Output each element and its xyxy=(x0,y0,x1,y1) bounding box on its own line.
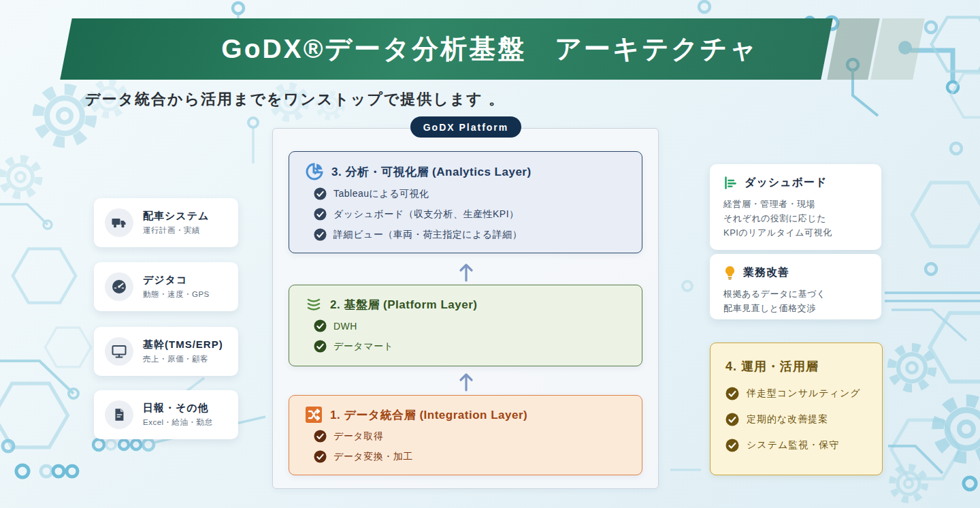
page-title: GoDX®データ分析基盤 アーキテクチャ xyxy=(68,18,912,80)
source-title: デジタコ xyxy=(143,274,210,287)
analytics-item: ダッシュボード（収支分析、生産性KPI） xyxy=(314,208,628,221)
bar-chart-icon xyxy=(723,176,738,190)
outcome-description: 根拠あるデータに基づく 配車見直しと価格交渉 xyxy=(723,287,869,315)
operations-layer-title: 4. 運用・活用層 xyxy=(725,358,871,375)
lightbulb-icon xyxy=(723,266,736,280)
outcome-card-dashboard: ダッシュボード 経営層・管理者・現場 それぞれの役割に応じた KPIのリアルタイ… xyxy=(710,164,881,250)
source-subtitle: Excel・給油・勤怠 xyxy=(143,417,213,428)
pie-chart-icon xyxy=(306,163,323,180)
check-icon xyxy=(725,439,739,452)
platform-item: データマート xyxy=(314,340,628,353)
integration-layer-box: 1. データ統合層 (Integration Layer) データ取得 データ変… xyxy=(289,395,642,475)
page-subtitle: データ統合から活用までをワンストップで提供します 。 xyxy=(85,89,505,110)
source-card-dispatch: 配車システム 運行計画・実績 xyxy=(94,198,238,247)
integration-layer-title: 1. データ統合層 (Integration Layer) xyxy=(330,407,527,423)
source-subtitle: 動態・速度・GPS xyxy=(143,289,210,300)
integration-item: データ取得 xyxy=(314,430,628,443)
platform-badge: GoDX Platform xyxy=(410,116,521,138)
source-card-daily-report: 日報・その他 Excel・給油・勤怠 xyxy=(94,390,238,439)
truck-icon xyxy=(105,208,133,237)
shuffle-icon xyxy=(306,407,322,423)
analytics-layer-title: 3. 分析・可視化層 (Analytics Layer) xyxy=(331,164,532,180)
outcome-description: 経営層・管理者・現場 それぞれの役割に応じた KPIのリアルタイム可視化 xyxy=(723,197,869,240)
source-title: 配車システム xyxy=(143,210,209,223)
operations-item: システム監視・保守 xyxy=(725,439,871,452)
operations-item: 伴走型コンサルティング xyxy=(725,387,871,400)
platform-layer-box: 2. 基盤層 (Platform Layer) DWH データマート xyxy=(289,285,642,366)
source-subtitle: 運行計画・実績 xyxy=(143,225,209,236)
source-title: 基幹(TMS/ERP) xyxy=(143,338,223,351)
gauge-icon xyxy=(105,272,133,301)
check-icon xyxy=(314,340,327,353)
outcome-title: ダッシュボード xyxy=(745,176,827,190)
source-title: 日報・その他 xyxy=(143,402,213,415)
source-card-tachograph: デジタコ 動態・速度・GPS xyxy=(94,262,238,311)
check-icon xyxy=(314,208,327,221)
monitor-icon xyxy=(105,337,133,366)
platform-layer-title: 2. 基盤層 (Platform Layer) xyxy=(330,297,478,313)
document-icon xyxy=(105,400,133,429)
operations-layer-box: 4. 運用・活用層 伴走型コンサルティング 定期的な改善提案 システム監視・保守 xyxy=(710,343,883,475)
platform-item: DWH xyxy=(314,319,628,332)
analytics-item: Tableauによる可視化 xyxy=(314,187,628,200)
analytics-item: 詳細ビュー（車両・荷主指定による詳細） xyxy=(314,228,628,241)
up-arrow-icon xyxy=(457,371,475,392)
check-icon xyxy=(314,319,327,332)
analytics-layer-box: 3. 分析・可視化層 (Analytics Layer) Tableauによる可… xyxy=(289,151,642,253)
check-icon xyxy=(314,430,327,443)
source-card-core-system: 基幹(TMS/ERP) 売上・原価・顧客 xyxy=(94,327,238,376)
check-icon xyxy=(314,450,327,463)
check-icon xyxy=(725,387,739,400)
check-icon xyxy=(725,413,739,426)
integration-item: データ変換・加工 xyxy=(314,450,628,463)
outcome-title: 業務改善 xyxy=(743,266,789,280)
source-subtitle: 売上・原価・顧客 xyxy=(143,354,223,364)
check-icon xyxy=(314,228,327,241)
check-icon xyxy=(314,187,327,200)
operations-item: 定期的な改善提案 xyxy=(725,413,871,426)
up-arrow-icon xyxy=(457,261,475,282)
outcome-card-improvement: 業務改善 根拠あるデータに基づく 配車見直しと価格交渉 xyxy=(710,254,881,319)
database-icon xyxy=(306,296,322,313)
